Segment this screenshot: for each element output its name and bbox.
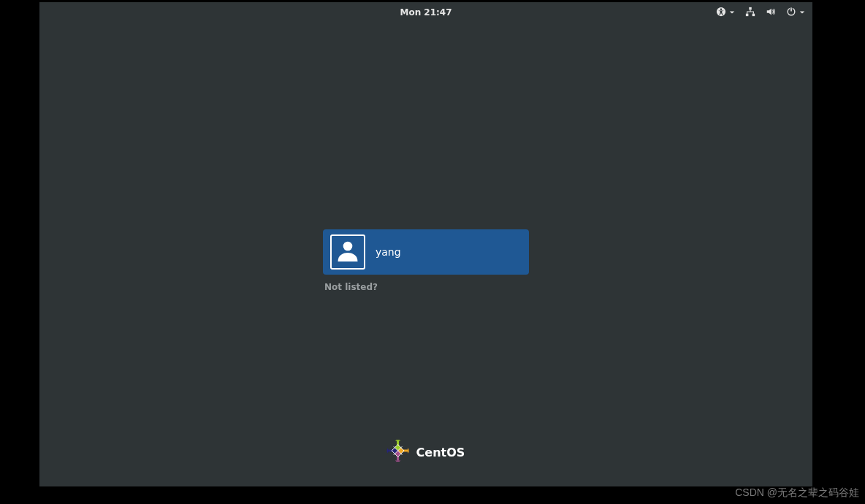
volume-icon bbox=[766, 7, 776, 19]
network-icon bbox=[745, 7, 755, 19]
person-icon bbox=[335, 237, 361, 267]
system-tray bbox=[716, 7, 805, 19]
not-listed-text: Not listed? bbox=[324, 282, 378, 292]
login-screen: Mon 21:47 bbox=[39, 2, 812, 486]
svg-rect-8 bbox=[790, 7, 791, 10]
caret-down-icon bbox=[799, 7, 805, 18]
svg-rect-4 bbox=[752, 13, 755, 16]
network-indicator[interactable] bbox=[745, 7, 755, 19]
not-listed-link[interactable]: Not listed? bbox=[323, 282, 529, 292]
username-label: yang bbox=[376, 246, 401, 258]
accessibility-icon bbox=[716, 7, 726, 19]
caret-down-icon bbox=[729, 7, 735, 18]
clock[interactable]: Mon 21:47 bbox=[400, 7, 451, 18]
accessibility-menu[interactable] bbox=[716, 7, 735, 19]
os-branding: CentOS bbox=[387, 440, 465, 465]
power-icon bbox=[786, 7, 796, 19]
login-area: yang Not listed? bbox=[323, 229, 529, 292]
svg-point-9 bbox=[343, 242, 353, 251]
centos-logo-icon bbox=[387, 440, 409, 465]
user-list-item[interactable]: yang bbox=[323, 229, 529, 275]
os-name: CentOS bbox=[416, 446, 465, 459]
volume-indicator[interactable] bbox=[766, 7, 776, 19]
avatar bbox=[330, 234, 365, 270]
clock-text: Mon 21:47 bbox=[400, 7, 451, 18]
top-bar: Mon 21:47 bbox=[39, 2, 812, 23]
watermark-text: CSDN @无名之辈之码谷娃 bbox=[735, 486, 859, 500]
power-menu[interactable] bbox=[786, 7, 805, 19]
svg-rect-2 bbox=[749, 7, 752, 9]
svg-rect-3 bbox=[746, 13, 749, 16]
svg-point-1 bbox=[720, 8, 722, 9]
